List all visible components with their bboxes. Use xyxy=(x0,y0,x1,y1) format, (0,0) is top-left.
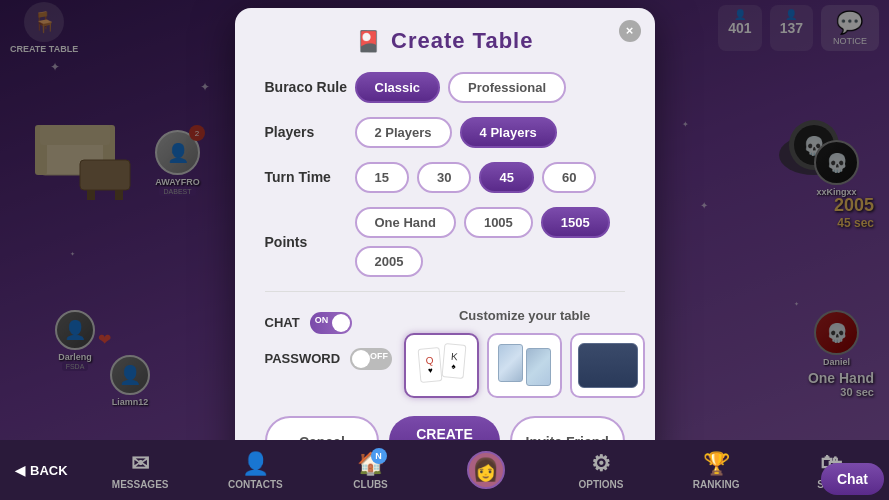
messages-icon: ✉ xyxy=(131,451,149,477)
players-row: Players 2 Players 4 Players xyxy=(265,117,625,148)
1005-btn[interactable]: 1005 xyxy=(464,207,533,238)
card-option-2[interactable] xyxy=(487,333,562,398)
nav-items: ✉ MESSAGES 👤 CONTACTS N 🏠 CLUBS 👩 ⚙ OPTI… xyxy=(83,440,889,500)
modal-bottom: CHAT ON PASSWORD OFF Customize your tabl… xyxy=(265,291,625,398)
options-icon: ⚙ xyxy=(591,451,611,477)
buraco-rule-options: Classic Professional xyxy=(355,72,567,103)
buraco-rule-row: Buraco Rule Classic Professional xyxy=(265,72,625,103)
password-toggle-row: PASSWORD OFF xyxy=(265,348,393,370)
points-options: One Hand 1005 1505 2005 xyxy=(355,207,625,277)
time-15-btn[interactable]: 15 xyxy=(355,162,409,193)
points-label: Points xyxy=(265,234,355,250)
classic-btn[interactable]: Classic xyxy=(355,72,441,103)
time-60-btn[interactable]: 60 xyxy=(542,162,596,193)
nav-options[interactable]: ⚙ OPTIONS xyxy=(543,440,658,500)
back-button[interactable]: ◀ BACK xyxy=(0,440,83,500)
bottom-nav: ◀ BACK ✉ MESSAGES 👤 CONTACTS N 🏠 CLUBS 👩… xyxy=(0,440,889,500)
modal-header: 🎴 Create Table xyxy=(265,28,625,54)
2players-btn[interactable]: 2 Players xyxy=(355,117,452,148)
2005-btn[interactable]: 2005 xyxy=(355,246,424,277)
nav-messages[interactable]: ✉ MESSAGES xyxy=(83,440,198,500)
nav-ranking[interactable]: 🏆 RANKING xyxy=(659,440,774,500)
nav-avatar[interactable]: 👩 xyxy=(428,440,543,500)
chat-toggle-row: CHAT ON xyxy=(265,312,393,334)
chat-toggle[interactable]: ON xyxy=(310,312,352,334)
card-options: Q ♥ K ♠ xyxy=(404,333,645,398)
card-option-1[interactable]: Q ♥ K ♠ xyxy=(404,333,479,398)
close-button[interactable]: × xyxy=(619,20,641,42)
professional-btn[interactable]: Professional xyxy=(448,72,566,103)
players-options: 2 Players 4 Players xyxy=(355,117,557,148)
customize-section: Customize your table Q ♥ K ♠ xyxy=(404,308,645,398)
turn-time-label: Turn Time xyxy=(265,169,355,185)
modal-title: Create Table xyxy=(391,28,533,53)
time-30-btn[interactable]: 30 xyxy=(417,162,471,193)
nav-contacts[interactable]: 👤 CONTACTS xyxy=(198,440,313,500)
chat-label: CHAT xyxy=(265,315,300,330)
points-row: Points One Hand 1005 1505 2005 xyxy=(265,207,625,277)
chat-button[interactable]: Chat xyxy=(821,463,884,495)
4players-btn[interactable]: 4 Players xyxy=(460,117,557,148)
password-label: PASSWORD xyxy=(265,351,341,366)
clubs-badge: N xyxy=(371,448,387,464)
players-label: Players xyxy=(265,124,355,140)
turn-time-options: 15 30 45 60 xyxy=(355,162,597,193)
1505-btn[interactable]: 1505 xyxy=(541,207,610,238)
buraco-rule-label: Buraco Rule xyxy=(265,79,355,95)
back-arrow-icon: ◀ xyxy=(15,463,25,478)
time-45-btn[interactable]: 45 xyxy=(479,162,533,193)
ranking-icon: 🏆 xyxy=(703,451,730,477)
contacts-icon: 👤 xyxy=(242,451,269,477)
turn-time-row: Turn Time 15 30 45 60 xyxy=(265,162,625,193)
modal-overlay: 🎴 Create Table × Buraco Rule Classic Pro… xyxy=(0,0,889,500)
create-table-modal: 🎴 Create Table × Buraco Rule Classic Pro… xyxy=(235,8,655,493)
card-option-3[interactable] xyxy=(570,333,645,398)
password-toggle[interactable]: OFF xyxy=(350,348,392,370)
nav-clubs[interactable]: N 🏠 CLUBS xyxy=(313,440,428,500)
customize-title: Customize your table xyxy=(459,308,590,323)
onehand-btn[interactable]: One Hand xyxy=(355,207,456,238)
toggle-options: CHAT ON PASSWORD OFF xyxy=(265,308,393,398)
